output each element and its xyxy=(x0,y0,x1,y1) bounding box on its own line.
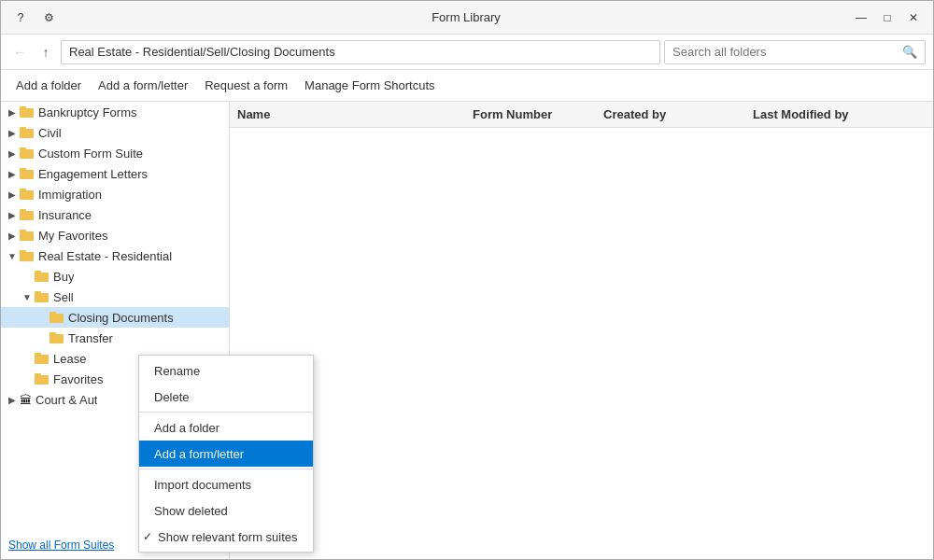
maximize-button[interactable]: □ xyxy=(875,7,899,29)
context-menu: Rename Delete Add a folder Add a form/le… xyxy=(138,355,314,553)
sidebar-item-transfer[interactable]: Transfer xyxy=(1,328,229,348)
close-button[interactable]: ✕ xyxy=(901,7,926,29)
ctx-import[interactable]: Import documents xyxy=(139,471,313,497)
toggle-icon: ▼ xyxy=(5,248,20,263)
sidebar-item-sell[interactable]: ▼ Sell xyxy=(1,287,229,307)
svg-rect-6 xyxy=(20,170,34,179)
sidebar-item-label: Lease xyxy=(53,352,86,366)
toggle-icon: ▶ xyxy=(5,187,20,202)
svg-rect-3 xyxy=(20,127,26,130)
help-button[interactable]: ? xyxy=(8,7,33,29)
sidebar-item-buy[interactable]: Buy xyxy=(1,266,229,287)
toggle-icon xyxy=(20,371,35,386)
table-header: Name Form Number Created by Last Modifie… xyxy=(230,102,933,128)
title-bar: ? ⚙ Form Library — □ ✕ xyxy=(1,1,933,35)
sidebar-item-engagement[interactable]: ▶ Engagement Letters xyxy=(1,163,229,184)
svg-rect-20 xyxy=(50,314,64,323)
manage-shortcuts-button[interactable]: Manage Form Shortcuts xyxy=(297,75,442,96)
svg-rect-25 xyxy=(35,353,41,356)
up-button[interactable]: ↑ xyxy=(35,41,57,63)
folder-icon xyxy=(35,270,50,283)
svg-rect-5 xyxy=(20,147,26,150)
folder-icon xyxy=(50,331,64,344)
ctx-rename[interactable]: Rename xyxy=(139,357,313,384)
svg-rect-1 xyxy=(20,106,26,109)
window-title: Form Library xyxy=(83,10,849,24)
toggle-icon: ▼ xyxy=(20,289,35,304)
toggle-icon xyxy=(20,269,35,284)
svg-rect-0 xyxy=(20,108,34,118)
sidebar-item-label: Custom Form Suite xyxy=(38,147,143,161)
toggle-icon: ▶ xyxy=(5,392,20,407)
ctx-add-form[interactable]: Add a form/letter xyxy=(139,441,313,467)
toggle-icon xyxy=(20,351,35,366)
sidebar-item-real-estate[interactable]: ▼ Real Estate - Residential xyxy=(1,245,229,266)
ctx-add-folder[interactable]: Add a folder xyxy=(139,414,313,441)
svg-rect-22 xyxy=(50,334,64,343)
sidebar-item-label: Favorites xyxy=(53,372,103,386)
search-icon: 🔍 xyxy=(902,45,917,59)
sidebar-item-label: Transfer xyxy=(68,331,113,345)
ctx-divider-2 xyxy=(139,469,313,469)
svg-rect-10 xyxy=(20,211,34,220)
settings-button[interactable]: ⚙ xyxy=(36,7,61,29)
building-icon: 🏛 xyxy=(20,393,32,407)
toggle-icon: ▶ xyxy=(5,228,20,243)
col-created-header: Created by xyxy=(603,107,753,121)
search-input[interactable] xyxy=(672,45,902,59)
svg-rect-2 xyxy=(20,129,34,138)
ctx-divider xyxy=(139,412,313,413)
folder-icon xyxy=(35,372,50,385)
sidebar-item-insurance[interactable]: ▶ Insurance xyxy=(1,204,229,225)
svg-rect-8 xyxy=(20,190,34,200)
checkmark-icon: ✓ xyxy=(143,530,154,543)
breadcrumb: Real Estate - Residential/Sell/Closing D… xyxy=(61,40,660,64)
svg-rect-18 xyxy=(35,293,49,302)
svg-rect-7 xyxy=(20,168,26,171)
svg-rect-15 xyxy=(20,250,26,253)
svg-rect-16 xyxy=(35,273,49,282)
sidebar-item-closing[interactable]: Closing Documents xyxy=(1,307,229,328)
svg-rect-13 xyxy=(20,230,26,232)
svg-rect-21 xyxy=(50,312,56,315)
svg-rect-11 xyxy=(20,209,26,212)
sidebar-item-my-favorites[interactable]: ▶ My Favorites xyxy=(1,225,229,245)
ctx-delete[interactable]: Delete xyxy=(139,384,313,410)
sidebar-item-label: Insurance xyxy=(38,208,92,222)
toggle-icon: ▶ xyxy=(5,146,20,161)
svg-rect-26 xyxy=(35,375,49,385)
sidebar-item-bankruptcy[interactable]: ▶ Bankruptcy Forms xyxy=(1,102,229,122)
search-container[interactable]: 🔍 xyxy=(664,40,926,64)
sidebar-item-label: Court & Aut xyxy=(35,393,97,407)
sidebar-item-label: Sell xyxy=(53,290,74,304)
ctx-show-relevant[interactable]: ✓ Show relevant form suites xyxy=(139,524,313,550)
svg-rect-4 xyxy=(20,149,34,159)
sidebar-item-immigration[interactable]: ▶ Immigration xyxy=(1,184,229,204)
toolbar: Add a folder Add a form/letter Request a… xyxy=(1,70,933,102)
toggle-icon: ▶ xyxy=(5,105,20,119)
sidebar-item-civil[interactable]: ▶ Civil xyxy=(1,122,229,143)
back-button[interactable]: ← xyxy=(8,41,31,63)
toggle-icon xyxy=(35,330,50,345)
sidebar-item-label: Bankruptcy Forms xyxy=(38,105,136,119)
sidebar-item-label: Immigration xyxy=(38,188,102,202)
svg-rect-9 xyxy=(20,189,26,191)
sidebar-item-label: Closing Documents xyxy=(68,311,174,325)
sidebar-item-label: Real Estate - Residential xyxy=(38,249,172,263)
sidebar-item-custom[interactable]: ▶ Custom Form Suite xyxy=(1,143,229,163)
nav-bar: ← ↑ Real Estate - Residential/Sell/Closi… xyxy=(1,35,933,70)
add-form-button[interactable]: Add a form/letter xyxy=(91,75,195,96)
minimize-button[interactable]: — xyxy=(849,7,873,29)
folder-icon xyxy=(50,311,64,324)
ctx-show-deleted[interactable]: Show deleted xyxy=(139,497,313,524)
add-folder-button[interactable]: Add a folder xyxy=(8,75,89,96)
sidebar-item-label: My Favorites xyxy=(38,229,107,243)
sidebar-item-label: Engagement Letters xyxy=(38,167,148,181)
folder-icon xyxy=(35,352,50,365)
folder-icon xyxy=(20,208,35,221)
breadcrumb-text: Real Estate - Residential/Sell/Closing D… xyxy=(69,45,335,59)
show-all-form-suites-link[interactable]: Show all Form Suites xyxy=(8,539,114,552)
request-form-button[interactable]: Request a form xyxy=(197,75,295,96)
svg-rect-24 xyxy=(35,355,49,364)
sidebar-item-label: Civil xyxy=(38,126,62,140)
